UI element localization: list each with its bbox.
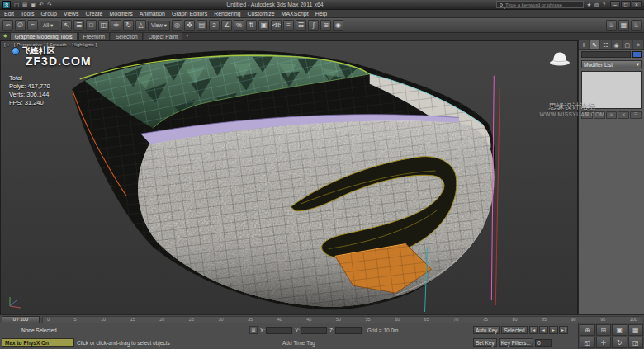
rendered-frame-window-icon[interactable]: ▦ bbox=[618, 20, 629, 31]
create-tab-icon[interactable]: ✛ bbox=[579, 40, 590, 49]
motion-tab-icon[interactable]: ◉ bbox=[612, 40, 623, 49]
ribbon-launcher-icon[interactable]: ◆ bbox=[2, 32, 9, 40]
mirror-icon[interactable]: ⊲⊳ bbox=[271, 20, 282, 31]
add-time-tag[interactable]: Add Time Tag bbox=[282, 340, 315, 346]
communication-center-icon[interactable]: ◍ bbox=[593, 1, 600, 8]
go-to-start-icon[interactable]: |◄ bbox=[529, 326, 538, 334]
ribbon-tab-object-paint[interactable]: Object Paint bbox=[144, 32, 182, 40]
quick-access-toolbar: ▢▤▣↶↷ bbox=[12, 1, 54, 9]
ribbon-collapse-icon[interactable]: ▾ bbox=[183, 32, 191, 40]
new-scene-icon[interactable]: ▢ bbox=[12, 1, 21, 9]
open-file-icon[interactable]: ▤ bbox=[21, 1, 29, 9]
menu-maxscript[interactable]: MAXScript bbox=[282, 11, 309, 17]
window-title: Untitled - Autodesk 3ds Max 2011 x64 bbox=[55, 2, 495, 7]
zoom-all-icon[interactable]: ⊞ bbox=[596, 324, 612, 336]
previous-frame-icon[interactable]: ◄ bbox=[539, 326, 548, 334]
infocenter-search-input[interactable]: Type a keyword or phrase bbox=[496, 1, 584, 8]
bind-to-space-warp-icon[interactable]: ≈ bbox=[27, 20, 38, 31]
align-icon[interactable]: ≡ bbox=[283, 20, 294, 31]
track-bar[interactable]: 0510152025303540455055606570758085909510… bbox=[42, 316, 642, 323]
menu-group[interactable]: Group bbox=[40, 11, 56, 17]
maxscript-mini-listener[interactable]: Max to PhysX On bbox=[2, 338, 74, 347]
favorites-star-icon[interactable]: ★ bbox=[585, 1, 593, 8]
pan-icon[interactable]: ✛ bbox=[596, 337, 612, 348]
select-and-move-icon[interactable]: ✛ bbox=[111, 20, 121, 31]
object-name-field[interactable] bbox=[581, 51, 631, 58]
select-and-rotate-icon[interactable]: ↻ bbox=[123, 20, 134, 31]
layer-manager-icon[interactable]: ☷ bbox=[296, 20, 306, 31]
time-slider-handle[interactable]: 0 / 100 bbox=[2, 316, 40, 323]
menu-customize[interactable]: Customize bbox=[247, 11, 274, 17]
menu-views[interactable]: Views bbox=[64, 11, 79, 17]
close-button[interactable]: × bbox=[632, 1, 642, 8]
key-filters-button[interactable]: Key Filters... bbox=[499, 338, 533, 347]
select-by-name-icon[interactable]: ☰ bbox=[73, 20, 84, 31]
modifier-list-dropdown[interactable]: Modifier List ▾ bbox=[581, 60, 642, 68]
application-menu-button[interactable]: 3 bbox=[2, 1, 11, 9]
go-to-end-icon[interactable]: ►| bbox=[559, 326, 568, 334]
viewport-perspective[interactable]: [ + ] [ Perspective ] [ Smooth + Highlig… bbox=[0, 40, 578, 314]
y-coordinate-field[interactable] bbox=[301, 327, 327, 334]
unlink-selection-icon[interactable]: ∅ bbox=[15, 20, 26, 31]
select-object-icon[interactable]: ↖ bbox=[61, 20, 72, 31]
display-tab-icon[interactable]: ▢ bbox=[623, 40, 633, 49]
menu-rendering[interactable]: Rendering bbox=[214, 11, 240, 17]
angle-snap-icon[interactable]: ∠ bbox=[221, 20, 232, 31]
z-label: Z: bbox=[329, 328, 334, 333]
selection-filter-dropdown[interactable]: All ▾ bbox=[40, 21, 59, 31]
status-left: None Selected Max to PhysX On Click or c… bbox=[0, 323, 248, 349]
save-file-icon[interactable]: ▣ bbox=[29, 1, 37, 9]
menu-modifiers[interactable]: Modifiers bbox=[109, 11, 132, 17]
help-icon[interactable]: ? bbox=[600, 1, 608, 8]
z-coordinate-field[interactable] bbox=[335, 327, 362, 334]
use-pivot-center-icon[interactable]: ◎ bbox=[172, 20, 182, 31]
play-icon[interactable]: ► bbox=[549, 326, 558, 334]
modify-tab-icon[interactable]: ✎ bbox=[590, 40, 600, 49]
menu-animation[interactable]: Animation bbox=[140, 11, 165, 17]
x-coordinate-field[interactable] bbox=[266, 327, 292, 334]
selection-set-dropdown[interactable]: Selected bbox=[501, 326, 527, 334]
schematic-view-icon[interactable]: ⊞ bbox=[320, 20, 331, 31]
selection-region-icon[interactable]: □ bbox=[86, 20, 97, 31]
set-key-button[interactable]: Set Key bbox=[473, 338, 497, 347]
undo-icon[interactable]: ↶ bbox=[37, 1, 45, 9]
current-frame-field[interactable]: 0 bbox=[535, 339, 552, 347]
ribbon-tab-selection[interactable]: Selection bbox=[111, 32, 143, 40]
object-color-swatch[interactable] bbox=[632, 51, 642, 58]
ribbon-tab-freeform[interactable]: Freeform bbox=[78, 32, 110, 40]
utilities-tab-icon[interactable]: ✶ bbox=[633, 40, 644, 49]
zoom-region-icon[interactable]: ◱ bbox=[580, 337, 595, 348]
edit-named-selections-icon[interactable]: ▣ bbox=[258, 20, 269, 31]
zoom-extents-all-icon[interactable]: ▦ bbox=[628, 324, 644, 336]
redo-icon[interactable]: ↷ bbox=[45, 1, 54, 9]
menu-tools[interactable]: Tools bbox=[21, 11, 34, 17]
material-editor-icon[interactable]: ◉ bbox=[333, 20, 343, 31]
reference-coordinate-dropdown[interactable]: View ▾ bbox=[148, 21, 170, 31]
select-and-scale-icon[interactable]: △ bbox=[135, 20, 146, 31]
select-and-link-icon[interactable]: ∞ bbox=[2, 20, 13, 31]
zoom-extents-icon[interactable]: ▣ bbox=[612, 324, 627, 336]
ribbon-tab-graphite-modeling-tools[interactable]: Graphite Modeling Tools bbox=[10, 32, 78, 40]
selection-lock-toggle[interactable]: ⊠ bbox=[249, 326, 258, 334]
select-and-manipulate-icon[interactable]: ✜ bbox=[184, 20, 195, 31]
menu-edit[interactable]: Edit bbox=[4, 11, 14, 17]
menu-graph-editors[interactable]: Graph Editors bbox=[172, 11, 207, 17]
orbit-icon[interactable]: ↻ bbox=[612, 337, 627, 348]
render-production-icon[interactable]: ♨ bbox=[631, 20, 642, 31]
spinner-snap-icon[interactable]: ⇅ bbox=[246, 20, 257, 31]
percent-snap-icon[interactable]: % bbox=[234, 20, 244, 31]
maximize-button[interactable]: □ bbox=[621, 1, 631, 8]
window-crossing-icon[interactable]: ◫ bbox=[98, 20, 109, 31]
render-setup-icon[interactable]: ♨ bbox=[606, 20, 617, 31]
zoom-icon[interactable]: ⊕ bbox=[580, 324, 595, 336]
curve-editor-icon[interactable]: ∫ bbox=[308, 20, 319, 31]
menu-create[interactable]: Create bbox=[85, 11, 102, 17]
menu-help[interactable]: Help bbox=[315, 11, 327, 17]
keyboard-override-icon[interactable]: ▤ bbox=[197, 20, 207, 31]
minimize-button[interactable]: – bbox=[610, 1, 620, 8]
maximize-viewport-icon[interactable]: ◲ bbox=[628, 337, 644, 348]
snaps-toggle-icon[interactable]: 2 bbox=[209, 20, 220, 31]
auto-key-button[interactable]: Auto Key bbox=[473, 326, 500, 334]
hierarchy-tab-icon[interactable]: ☷ bbox=[600, 40, 611, 49]
configure-modifier-sets-icon[interactable]: ☰ bbox=[630, 111, 642, 119]
